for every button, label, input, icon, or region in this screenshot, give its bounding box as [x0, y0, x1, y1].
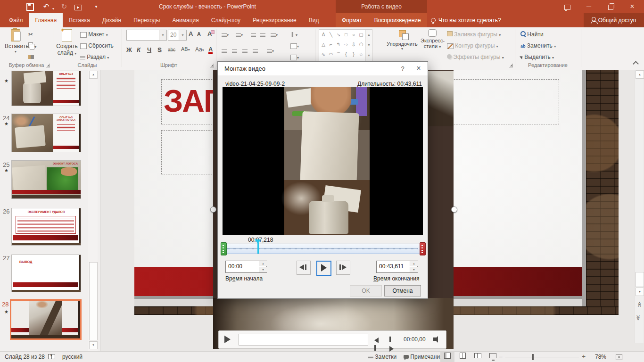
selection-handle-right[interactable] — [451, 206, 457, 213]
normal-view-button[interactable] — [440, 352, 454, 362]
fit-to-window-icon[interactable] — [616, 354, 622, 360]
timeline-track[interactable] — [226, 244, 421, 254]
italic-button[interactable]: К — [137, 46, 140, 53]
font-dialog-launcher-icon[interactable] — [210, 64, 214, 67]
canvas-scroll-up-icon[interactable]: ▲ — [636, 70, 644, 79]
reading-view-button[interactable] — [471, 352, 485, 362]
underline-button[interactable]: Ч — [147, 46, 151, 53]
mute-icon[interactable] — [433, 337, 436, 341]
redo-icon[interactable]: ↻ — [58, 2, 70, 11]
spin-up-icon[interactable]: ▲ — [259, 261, 267, 266]
dialog-close-icon[interactable]: × — [410, 62, 428, 75]
language-indicator[interactable]: русский — [62, 354, 83, 360]
slide-thumbnail-23[interactable]: ОПЫТ №2 — [11, 71, 81, 106]
clipboard-dialog-launcher-icon[interactable] — [46, 64, 50, 67]
zoom-in-icon[interactable]: + — [582, 353, 586, 360]
tab-insert[interactable]: Вставка — [63, 13, 96, 27]
shapes-gallery[interactable]: A╲↘□○▢△⌐↰⇨⇩⬠∿◠⌒{}☆ ▲▼▼ — [319, 29, 372, 61]
panel-scroll-up-icon[interactable]: ▲ — [89, 71, 98, 79]
slide-counter[interactable]: Слайд 28 из 28 — [5, 354, 45, 360]
slideshow-view-button[interactable] — [486, 352, 500, 362]
shape-fill-button[interactable]: Заливка фигуры ▾ — [447, 31, 501, 38]
tab-animations[interactable]: Анимация — [166, 13, 205, 27]
start-time-spinner[interactable]: 00:00 ▲ ▼ — [225, 261, 267, 273]
dialog-help-icon[interactable]: ? — [396, 62, 410, 75]
next-slide-icon[interactable]: ≪ — [635, 313, 643, 321]
tab-video-playback[interactable]: Воспроизведение — [368, 13, 427, 27]
increase-indent-icon[interactable] — [260, 31, 265, 38]
justify-icon[interactable] — [253, 47, 258, 54]
next-frame-icon[interactable] — [389, 337, 397, 342]
trim-end-handle[interactable] — [420, 242, 426, 255]
tab-transitions[interactable]: Переходы — [127, 13, 166, 27]
tab-home[interactable]: Главная — [29, 13, 63, 27]
bullets-icon[interactable]: ▾ — [222, 31, 229, 38]
tab-design[interactable]: Дизайн — [96, 13, 127, 27]
tab-file[interactable]: Файл — [3, 13, 29, 27]
slide-thumbnail-26[interactable]: ЭКСПЕРИМЕНТ УДАЛСЯ — [11, 208, 81, 246]
undo-dropdown-icon[interactable]: ▾ — [51, 4, 56, 14]
replace-button[interactable]: ab Заменить ▾ — [520, 42, 556, 49]
columns-icon[interactable]: ▾ — [267, 47, 274, 54]
line-spacing-icon[interactable]: ▾ — [271, 31, 278, 38]
select-button[interactable]: Выделить ▾ — [520, 54, 554, 60]
zoom-out-icon[interactable]: − — [499, 353, 503, 361]
collapse-ribbon-icon[interactable] — [634, 61, 638, 67]
align-text-icon[interactable]: ▾ — [290, 42, 299, 49]
slide-thumbnail-28-selected[interactable] — [10, 299, 82, 340]
video-progress-bar[interactable] — [239, 334, 368, 346]
change-case-button[interactable]: Aa▾ — [195, 46, 204, 53]
playhead-line[interactable] — [257, 243, 259, 254]
previous-slide-icon[interactable]: ≪ — [635, 302, 643, 309]
restore-icon[interactable] — [600, 0, 621, 13]
zoom-percentage[interactable]: 78% — [595, 354, 606, 360]
convert-to-smartart-icon[interactable]: ▾ — [290, 54, 299, 60]
new-slide-button[interactable]: ✶ Создать слайд ▾ — [56, 29, 78, 56]
text-direction-icon[interactable]: ▾ — [290, 31, 297, 38]
align-center-icon[interactable] — [232, 47, 237, 54]
shape-effects-button[interactable]: Эффекты фигуры ▾ — [447, 54, 504, 60]
shrink-font-button[interactable]: А — [197, 31, 201, 37]
copy-icon[interactable]: ▾ — [28, 42, 36, 49]
numbering-icon[interactable]: ▾ — [236, 31, 243, 38]
zoom-slider-track[interactable] — [505, 357, 579, 357]
quick-styles-button[interactable]: Экспресс- стили ▾ — [421, 29, 444, 49]
close-icon[interactable]: × — [621, 0, 643, 13]
font-size-combobox[interactable]: 20 ▾ — [168, 30, 187, 41]
comments-button[interactable]: Примечания — [404, 354, 443, 360]
shape-outline-button[interactable]: Контур фигуры ▾ — [447, 42, 498, 49]
next-frame-button[interactable] — [336, 261, 350, 275]
section-button[interactable]: Раздел ▾ — [80, 54, 109, 60]
arrange-button[interactable]: Упорядочить▾ — [386, 29, 419, 51]
zoom-slider-thumb[interactable] — [532, 354, 534, 360]
start-slideshow-icon[interactable] — [73, 2, 84, 11]
canvas-scrollbar-thumb[interactable] — [636, 272, 644, 287]
slide-thumbnail-25[interactable]: ЭФФЕКТ ЛОТОСА — [11, 160, 81, 199]
strikethrough-button[interactable]: abc — [168, 47, 175, 52]
tab-view[interactable]: Вид — [303, 13, 325, 27]
ok-button[interactable]: OK — [350, 285, 382, 296]
dialog-title-bar[interactable]: Монтаж видео ? × — [218, 62, 428, 75]
selection-handle-left[interactable] — [210, 206, 216, 213]
notes-button[interactable]: Заметки — [368, 354, 396, 360]
ribbon-display-options-icon[interactable] — [556, 0, 578, 13]
font-color-button[interactable]: А — [208, 46, 213, 54]
cancel-button[interactable]: Отмена — [384, 285, 421, 296]
bold-button[interactable]: Ж — [126, 46, 132, 53]
previous-frame-button[interactable] — [297, 261, 311, 275]
grow-font-button[interactable]: А — [189, 30, 193, 37]
clear-formatting-icon[interactable]: А — [207, 30, 215, 37]
reset-slide-button[interactable]: Сбросить — [80, 42, 114, 49]
font-name-combobox[interactable]: ▾ — [126, 30, 167, 41]
tab-review[interactable]: Рецензирование — [247, 13, 303, 27]
slide-sorter-view-button[interactable] — [455, 352, 470, 362]
tab-slideshow[interactable]: Слайд-шоу — [205, 13, 247, 27]
character-spacing-button[interactable]: АВ▾ — [181, 46, 190, 52]
layout-button[interactable]: Макет ▾ — [80, 31, 108, 38]
panel-scroll-down-icon[interactable]: ▼ — [89, 341, 98, 349]
slide-thumbnail-24[interactable]: ОПЫТ №3 ЭФФЕКТ ЛОТОСА — [11, 114, 81, 152]
tell-me-box[interactable]: Что вы хотите сделать? — [431, 13, 501, 27]
slide-thumbnail-27[interactable]: ВЫВОД — [11, 255, 81, 292]
trim-start-handle[interactable] — [221, 242, 227, 255]
spin-down-icon[interactable]: ▼ — [259, 267, 267, 272]
